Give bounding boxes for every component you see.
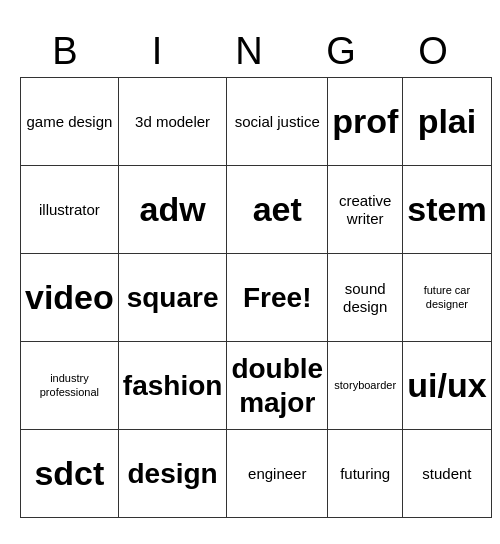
cell-r3-c1: fashion: [118, 342, 227, 430]
cell-r1-c4: stem: [403, 166, 491, 254]
cell-r1-c2: aet: [227, 166, 328, 254]
cell-r4-c2: engineer: [227, 430, 328, 518]
cell-r4-c1: design: [118, 430, 227, 518]
cell-r2-c3: sound design: [328, 254, 403, 342]
cell-r3-c3: storyboarder: [328, 342, 403, 430]
cell-r3-c0: industry professional: [21, 342, 119, 430]
header-g: G: [296, 26, 388, 77]
header-o: O: [388, 26, 480, 77]
cell-r3-c2: double major: [227, 342, 328, 430]
cell-r1-c3: creative writer: [328, 166, 403, 254]
cell-r4-c0: sdct: [21, 430, 119, 518]
cell-r4-c3: futuring: [328, 430, 403, 518]
cell-r0-c2: social justice: [227, 78, 328, 166]
cell-r3-c4: ui/ux: [403, 342, 491, 430]
cell-r1-c1: adw: [118, 166, 227, 254]
bingo-grid: game design3d modelersocial justiceprofp…: [20, 77, 492, 518]
cell-r2-c4: future car designer: [403, 254, 491, 342]
cell-r0-c1: 3d modeler: [118, 78, 227, 166]
cell-r1-c0: illustrator: [21, 166, 119, 254]
cell-r4-c4: student: [403, 430, 491, 518]
cell-r2-c0: video: [21, 254, 119, 342]
cell-r0-c0: game design: [21, 78, 119, 166]
header-b: B: [20, 26, 112, 77]
cell-r0-c3: prof: [328, 78, 403, 166]
cell-r2-c1: square: [118, 254, 227, 342]
cell-r2-c2: Free!: [227, 254, 328, 342]
cell-r0-c4: plai: [403, 78, 491, 166]
header-n: N: [204, 26, 296, 77]
bingo-header: B I N G O: [20, 26, 480, 77]
header-i: I: [112, 26, 204, 77]
